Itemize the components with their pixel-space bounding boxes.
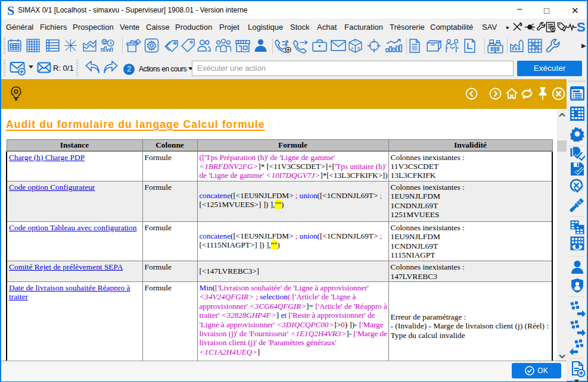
svg-text:A: A xyxy=(351,46,354,50)
svg-text:B: B xyxy=(357,46,360,50)
svg-text:C: C xyxy=(354,39,357,43)
